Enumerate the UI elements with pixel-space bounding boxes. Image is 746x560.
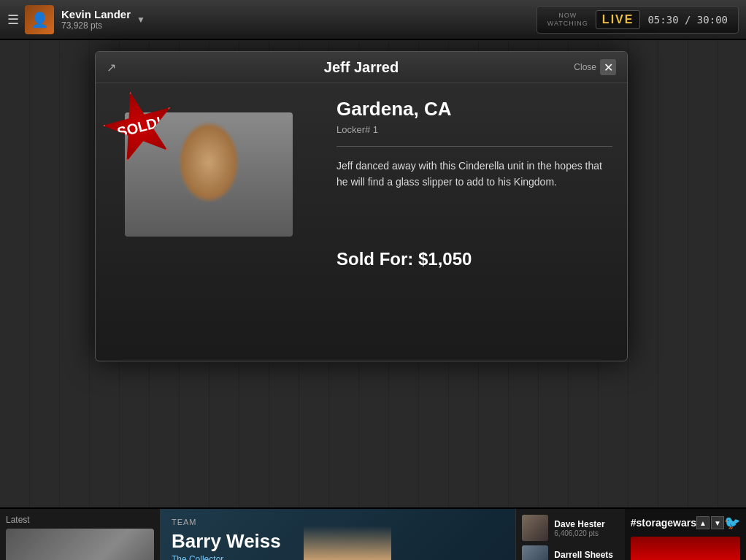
modal-image-section: SOLD! <box>110 98 322 346</box>
player-name-2: Darrell Sheets <box>554 550 618 560</box>
location-title: Gardena, CA <box>337 98 612 120</box>
now-watching-block: NOWWATCHING LIVE 05:30 / 30:00 <box>537 6 739 34</box>
twitter-icon: 🐦 <box>724 515 740 531</box>
player-info-1: Dave Hester 6,406,020 pts <box>554 519 618 537</box>
close-button[interactable]: ✕ <box>600 59 616 75</box>
divider <box>337 146 612 147</box>
modal-header: ↗ Jeff Jarred Close ✕ <box>96 52 627 83</box>
modal-info: Gardena, CA Locker# 1 Jeff danced away w… <box>337 98 612 346</box>
bottom-section: Latest SOLD! Jeff Jarred $1,050 Team Bar… <box>0 507 746 560</box>
twitter-arrows: ▲ ▼ <box>696 516 724 529</box>
close-label: Close <box>574 62 596 72</box>
twitter-down-button[interactable]: ▼ <box>711 516 724 529</box>
description: Jeff danced away with this Cinderella un… <box>337 158 612 191</box>
user-info: Kevin Lander 73,928 pts <box>61 8 131 31</box>
live-badge: LIVE <box>596 10 641 29</box>
player-row: Dave Hester 6,406,020 pts <box>522 515 618 541</box>
team-photo <box>304 526 391 560</box>
players-panel: Dave Hester 6,406,020 pts Darrell Sheets… <box>516 509 624 560</box>
player-pts-1: 6,406,020 pts <box>554 529 618 537</box>
locker-number: Locker# 1 <box>337 124 612 135</box>
latest-panel: Latest SOLD! Jeff Jarred $1,050 <box>0 509 161 560</box>
modal-body: SOLD! Gardena, CA Locker# 1 Jeff danced … <box>96 83 627 361</box>
sold-for-amount: Sold For: $1,050 <box>337 249 612 269</box>
latest-label: Latest <box>6 515 154 525</box>
share-icon[interactable]: ↗ <box>107 61 116 74</box>
user-pts: 73,928 pts <box>61 20 131 31</box>
time-display: 05:30 / 30:00 <box>647 14 728 26</box>
player-avatar-1 <box>522 515 548 541</box>
latest-card[interactable]: SOLD! Jeff Jarred $1,050 <box>6 529 154 560</box>
twitter-up-button[interactable]: ▲ <box>696 516 710 529</box>
player-info-2: Darrell Sheets 6,291,402 pts <box>554 550 618 561</box>
twitter-panel: #storagewars ▲ ▼ 🐦 <box>625 509 746 560</box>
now-watching-label: NOWWATCHING <box>547 12 588 28</box>
hamburger-icon[interactable]: ☰ <box>7 12 19 28</box>
twitter-feed <box>631 537 740 560</box>
user-name: Kevin Lander <box>61 8 131 20</box>
player-row: Darrell Sheets 6,291,402 pts <box>522 545 618 560</box>
hashtag-label: #storagewars <box>631 517 696 529</box>
dropdown-icon[interactable]: ▼ <box>136 15 145 25</box>
team-panel: Team Barry Weiss The Collector Whether i… <box>161 509 516 560</box>
latest-image <box>6 529 154 560</box>
user-avatar: 👤 <box>25 5 54 34</box>
player-avatar-2 <box>522 545 548 560</box>
modal-title: Jeff Jarred <box>324 59 399 76</box>
top-bar: ☰ 👤 Kevin Lander 73,928 pts ▼ NOWWATCHIN… <box>0 0 746 40</box>
twitter-header: #storagewars ▲ ▼ 🐦 <box>631 515 740 531</box>
main-background: ↗ Jeff Jarred Close ✕ SOLD! Gardena, CA … <box>0 40 746 507</box>
player-name-1: Dave Hester <box>554 519 618 529</box>
modal: ↗ Jeff Jarred Close ✕ SOLD! Gardena, CA … <box>95 51 628 361</box>
